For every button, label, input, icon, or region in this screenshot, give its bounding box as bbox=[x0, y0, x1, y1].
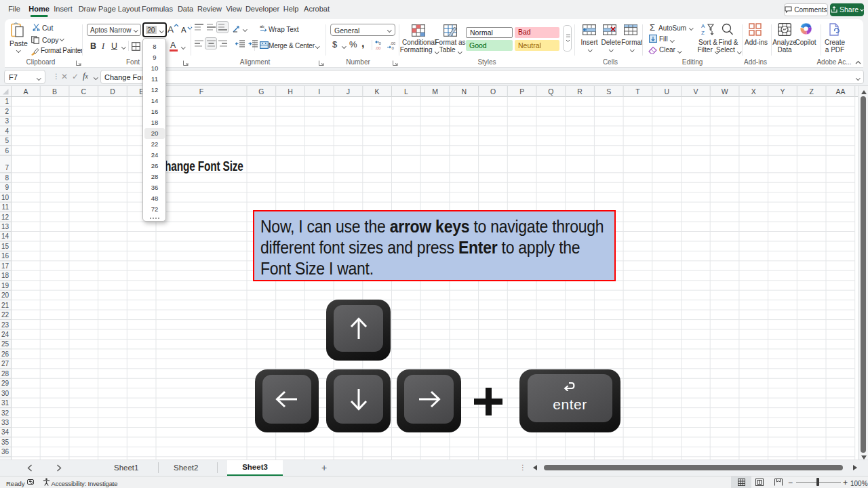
svg-text:8: 8 bbox=[5, 174, 9, 182]
svg-text:A: A bbox=[701, 23, 705, 29]
svg-text:0: 0 bbox=[392, 46, 395, 50]
svg-text:11: 11 bbox=[2, 203, 9, 211]
svg-text:A: A bbox=[23, 87, 28, 96]
svg-text:28: 28 bbox=[1, 370, 9, 378]
svg-text:29: 29 bbox=[1, 380, 9, 387]
svg-text:H: H bbox=[288, 87, 293, 96]
svg-text:20: 20 bbox=[1, 291, 9, 299]
svg-text:Z: Z bbox=[809, 87, 814, 96]
svg-text:0: 0 bbox=[379, 41, 382, 45]
svg-text:D: D bbox=[110, 87, 115, 96]
svg-text:33: 33 bbox=[1, 419, 9, 426]
svg-text:T: T bbox=[635, 87, 640, 96]
svg-text:S: S bbox=[606, 87, 611, 96]
svg-text:F: F bbox=[199, 87, 203, 96]
svg-text:N: N bbox=[462, 87, 467, 96]
svg-text:C: C bbox=[81, 87, 87, 96]
svg-text:M: M bbox=[432, 87, 438, 96]
svg-text:B: B bbox=[52, 87, 57, 96]
svg-text:L: L bbox=[404, 87, 408, 96]
svg-text:Z: Z bbox=[701, 30, 705, 35]
svg-text:27: 27 bbox=[1, 360, 9, 367]
svg-text:32: 32 bbox=[1, 409, 9, 417]
svg-text:6: 6 bbox=[5, 147, 9, 155]
svg-text:W: W bbox=[722, 87, 728, 96]
svg-text:31: 31 bbox=[1, 399, 9, 407]
svg-text:.00: .00 bbox=[375, 46, 381, 50]
svg-text:14: 14 bbox=[1, 232, 9, 240]
svg-text:2: 2 bbox=[5, 108, 9, 115]
svg-text:X: X bbox=[751, 87, 756, 96]
svg-text:5: 5 bbox=[5, 137, 9, 144]
svg-text:I: I bbox=[318, 87, 320, 96]
svg-text:G: G bbox=[258, 87, 264, 96]
svg-text:12: 12 bbox=[1, 214, 9, 221]
svg-text:30: 30 bbox=[1, 390, 9, 397]
svg-text:U: U bbox=[664, 87, 669, 96]
svg-text:21: 21 bbox=[1, 302, 9, 309]
svg-text:3: 3 bbox=[5, 117, 9, 125]
svg-text:P: P bbox=[519, 87, 524, 96]
svg-text:ab: ab bbox=[260, 24, 264, 28]
svg-text:.00: .00 bbox=[390, 41, 395, 45]
svg-text:7: 7 bbox=[5, 164, 9, 171]
svg-text:19: 19 bbox=[1, 282, 9, 289]
svg-text:15: 15 bbox=[1, 243, 9, 250]
svg-text:10: 10 bbox=[1, 194, 9, 201]
svg-text:4: 4 bbox=[5, 127, 9, 135]
svg-text:18: 18 bbox=[1, 272, 9, 279]
svg-text:V: V bbox=[693, 87, 698, 96]
svg-text:23: 23 bbox=[1, 321, 9, 329]
svg-text:16: 16 bbox=[1, 252, 9, 260]
svg-text:17: 17 bbox=[1, 262, 9, 270]
svg-text:36: 36 bbox=[1, 448, 9, 455]
svg-text:25: 25 bbox=[1, 340, 9, 348]
svg-text:AA: AA bbox=[835, 87, 845, 96]
svg-text:Y: Y bbox=[780, 87, 785, 96]
svg-text:Q: Q bbox=[548, 87, 553, 96]
svg-text:13: 13 bbox=[1, 223, 9, 230]
svg-text:9: 9 bbox=[5, 184, 9, 191]
svg-text:35: 35 bbox=[1, 439, 9, 446]
svg-text:26: 26 bbox=[1, 350, 9, 358]
svg-text:24: 24 bbox=[1, 331, 9, 338]
svg-text:1: 1 bbox=[5, 98, 9, 105]
svg-text:22: 22 bbox=[1, 311, 9, 319]
svg-text:K: K bbox=[375, 87, 380, 96]
svg-text:J: J bbox=[347, 87, 350, 96]
svg-text:O: O bbox=[490, 87, 496, 96]
svg-text:34: 34 bbox=[1, 428, 9, 436]
svg-text:R: R bbox=[577, 87, 583, 96]
